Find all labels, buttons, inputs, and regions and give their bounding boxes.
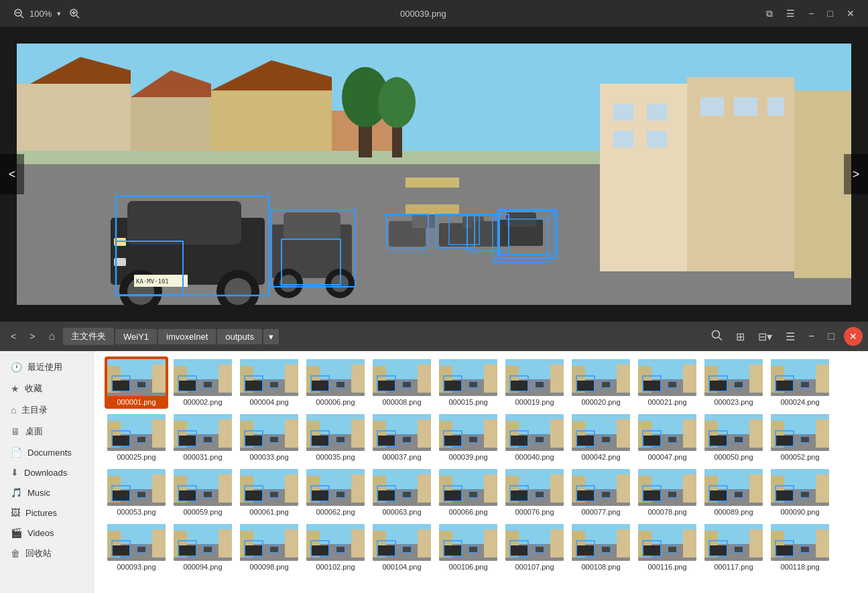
- music-icon: 🎵: [11, 487, 22, 498]
- file-thumbnail: [107, 469, 166, 506]
- file-item[interactable]: 000042.png: [569, 411, 633, 464]
- svg-rect-180: [204, 437, 212, 442]
- viewer-minimize-button[interactable]: −: [806, 5, 816, 21]
- sidebar-item-music[interactable]: 🎵 Music: [0, 482, 93, 503]
- file-item[interactable]: 000116.png: [635, 521, 699, 574]
- zoom-in-button[interactable]: [66, 5, 82, 21]
- svg-rect-57: [506, 212, 536, 227]
- svg-rect-113: [418, 365, 431, 393]
- breadcrumb-imvoxelnet[interactable]: imvoxelnet: [158, 329, 216, 344]
- sidebar-item-favorites[interactable]: ★ 收藏: [0, 378, 93, 399]
- fm-maximize-button[interactable]: □: [824, 326, 839, 346]
- fm-menu-button[interactable]: ☰: [782, 326, 799, 347]
- sidebar-item-recent-label: 最近使用: [27, 361, 62, 373]
- fm-back-button[interactable]: <: [5, 327, 21, 346]
- svg-rect-46: [284, 212, 340, 239]
- zoom-dropdown-button[interactable]: ▾: [54, 7, 64, 21]
- fm-close-button[interactable]: ✕: [844, 327, 863, 346]
- svg-rect-242: [710, 436, 727, 446]
- file-item[interactable]: 000077.png: [569, 466, 633, 519]
- svg-rect-337: [816, 474, 829, 503]
- file-item[interactable]: 000107.png: [503, 521, 566, 574]
- file-item[interactable]: 000059.png: [171, 466, 235, 519]
- file-item[interactable]: 000093.png: [105, 521, 168, 574]
- prev-image-button[interactable]: <: [0, 154, 24, 194]
- fm-forward-button[interactable]: >: [24, 327, 40, 346]
- file-item[interactable]: 000050.png: [702, 411, 765, 464]
- sidebar-item-trash[interactable]: 🗑 回收站: [0, 543, 93, 564]
- sidebar-item-home[interactable]: ⌂ 主目录: [0, 399, 93, 421]
- breadcrumb-home[interactable]: 主文件夹: [63, 328, 114, 345]
- sidebar-item-pictures[interactable]: 🖼 Pictures: [0, 503, 93, 523]
- file-thumbnail: [439, 524, 497, 561]
- svg-rect-36: [127, 201, 241, 245]
- zoom-out-button[interactable]: [11, 5, 27, 21]
- file-item[interactable]: 000025.png: [105, 411, 168, 464]
- file-item[interactable]: 000066.png: [436, 466, 500, 519]
- file-item[interactable]: 000035.png: [304, 411, 367, 464]
- file-item[interactable]: 000021.png: [635, 356, 699, 409]
- file-item[interactable]: 000063.png: [370, 466, 434, 519]
- file-item[interactable]: 000118.png: [768, 521, 832, 574]
- file-item[interactable]: 000019.png: [503, 356, 566, 409]
- file-item[interactable]: 000040.png: [503, 411, 566, 464]
- breadcrumb-weiy1[interactable]: WeiY1: [115, 329, 157, 344]
- fm-search-button[interactable]: [706, 325, 727, 348]
- svg-rect-217: [550, 419, 564, 448]
- sidebar-item-documents[interactable]: 📄 Documents: [0, 442, 93, 462]
- file-name: 000021.png: [647, 398, 686, 406]
- svg-rect-297: [484, 474, 497, 503]
- file-item[interactable]: 000020.png: [569, 356, 633, 409]
- sidebar-item-desktop[interactable]: 🖥 桌面: [0, 421, 93, 442]
- file-item[interactable]: 000037.png: [370, 411, 434, 464]
- file-item[interactable]: 000104.png: [370, 521, 434, 574]
- fm-view-list-button[interactable]: ⊞: [732, 326, 749, 347]
- file-item[interactable]: 000098.png: [237, 521, 301, 574]
- file-item[interactable]: 000001.png: [105, 356, 168, 409]
- file-item[interactable]: 000076.png: [503, 466, 566, 519]
- file-item[interactable]: 000002.png: [171, 356, 235, 409]
- svg-rect-156: [735, 382, 743, 387]
- file-item[interactable]: 000108.png: [569, 521, 633, 574]
- viewer-restore-button[interactable]: ⧉: [763, 5, 776, 22]
- sidebar-item-recent[interactable]: 🕐 最近使用: [0, 356, 93, 378]
- file-item[interactable]: 000117.png: [702, 521, 765, 574]
- file-item[interactable]: 000052.png: [768, 411, 832, 464]
- breadcrumb-outputs[interactable]: outputs: [217, 329, 262, 344]
- file-item[interactable]: 000102.png: [304, 521, 367, 574]
- svg-rect-378: [378, 545, 395, 555]
- file-item[interactable]: 000078.png: [635, 466, 699, 519]
- file-item[interactable]: 000004.png: [237, 356, 301, 409]
- file-item[interactable]: 000008.png: [370, 356, 434, 409]
- sidebar-item-downloads[interactable]: ⬇ Downloads: [0, 462, 93, 482]
- file-item[interactable]: 000106.png: [436, 521, 500, 574]
- file-item[interactable]: 000024.png: [768, 356, 832, 409]
- svg-rect-284: [336, 492, 345, 497]
- file-item[interactable]: 000015.png: [436, 356, 500, 409]
- svg-rect-346: [113, 545, 129, 555]
- svg-rect-268: [204, 492, 212, 497]
- file-item[interactable]: 000062.png: [304, 466, 367, 519]
- file-item[interactable]: 000061.png: [237, 466, 301, 519]
- viewer-close-button[interactable]: ✕: [844, 5, 857, 21]
- file-item[interactable]: 000006.png: [304, 356, 367, 409]
- fm-minimize-button[interactable]: −: [804, 326, 818, 346]
- next-image-button[interactable]: >: [844, 154, 868, 194]
- viewer-maximize-button[interactable]: □: [825, 5, 836, 21]
- file-item[interactable]: 000089.png: [702, 466, 765, 519]
- file-item[interactable]: 000031.png: [171, 411, 235, 464]
- file-item[interactable]: 000053.png: [105, 466, 168, 519]
- sidebar-item-videos[interactable]: 🎬 Videos: [0, 523, 93, 543]
- file-thumbnail: [174, 524, 232, 561]
- file-item[interactable]: 000023.png: [702, 356, 765, 409]
- fm-home-button[interactable]: ⌂: [43, 326, 60, 346]
- fm-sort-button[interactable]: ⊟▾: [754, 326, 776, 347]
- file-item[interactable]: 000094.png: [171, 521, 235, 574]
- file-name: 000107.png: [515, 563, 554, 571]
- file-item[interactable]: 000033.png: [237, 411, 301, 464]
- viewer-menu-button[interactable]: ☰: [784, 5, 798, 21]
- file-item[interactable]: 000047.png: [635, 411, 699, 464]
- breadcrumb-dropdown-button[interactable]: ▾: [263, 329, 279, 344]
- file-item[interactable]: 000090.png: [768, 466, 832, 519]
- file-item[interactable]: 000039.png: [436, 411, 500, 464]
